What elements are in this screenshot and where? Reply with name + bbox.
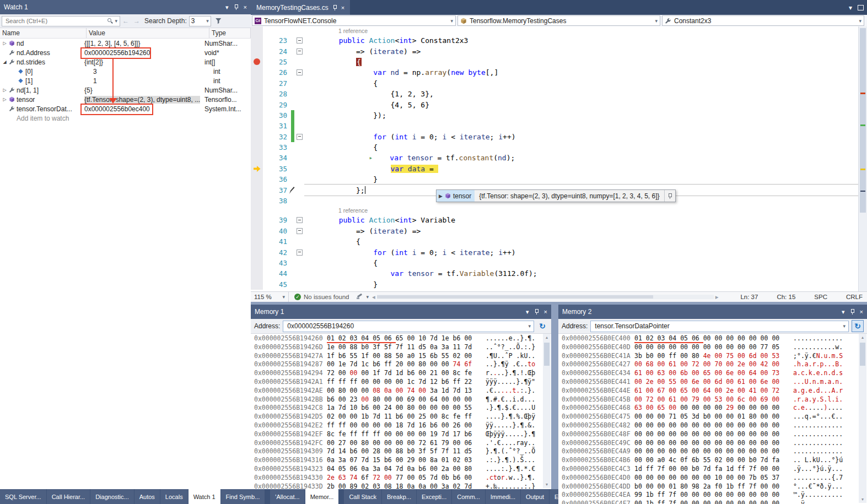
memory-row[interactable]: 0x000002556B0EC4F700 1b ff 7f 00 00 00 0…: [562, 500, 867, 504]
memory-bytes[interactable]: 01 02 03 04 05 06 65 00 10 7d 1e b6 00: [327, 334, 480, 343]
indicator-margin[interactable]: [251, 268, 263, 279]
code-text[interactable]: [304, 121, 867, 131]
indicator-margin[interactable]: [251, 185, 263, 195]
memory-row[interactable]: 0x000002556B0EC4B600 00 a0 4c 0f 6b 55 0…: [562, 456, 867, 465]
watch-row[interactable]: tensor.TensorDat...0x000002556b0ec400Sys…: [0, 104, 251, 113]
pin-icon[interactable]: [234, 4, 239, 10]
memory-bytes[interactable]: 61 00 67 00 65 00 64 00 2e 00 41 00 72: [634, 387, 788, 395]
type-dropdown[interactable]: Tensorflow.MemoryTestingCases ▾: [457, 15, 660, 26]
scroll-up-icon[interactable]: ▴: [861, 335, 864, 340]
watch-row[interactable]: ▷nd{[[1, 2, 3], [4, 5, 6]]}NumShar...: [0, 39, 251, 48]
code-line[interactable]: 31: [251, 121, 867, 131]
code-text[interactable]: public Action<int> Constant2x3: [304, 35, 867, 46]
watch-row[interactable]: [1]1int: [0, 76, 251, 85]
indicator-margin[interactable]: [251, 67, 263, 78]
memory-bytes[interactable]: 00 1b ff 7f 00 00 00 00 00 00 00 00 00: [634, 500, 788, 504]
memory-bytes[interactable]: 1f b6 55 1f 00 88 50 a0 15 6b 55 02 00: [327, 352, 480, 361]
bottom-tab[interactable]: Excepti...: [417, 489, 451, 504]
pin-icon[interactable]: [332, 5, 337, 10]
memory-bytes[interactable]: 2b 00 89 02 03 08 18 0a 0a 00 3a 02 7d: [327, 483, 480, 490]
scroll-down-icon[interactable]: ▾: [861, 497, 864, 502]
code-text[interactable]: var data =: [304, 164, 867, 174]
indicator-margin[interactable]: [251, 110, 263, 121]
memory2-address-input[interactable]: [594, 322, 841, 330]
chevron-down-icon[interactable]: ▾: [528, 323, 531, 329]
memory-bytes[interactable]: ff ff ff 00 00 00 00 1c 7d 12 b6 ff 22: [327, 378, 480, 387]
column-header-type[interactable]: Type: [209, 28, 251, 38]
breakpoint-icon[interactable]: [254, 58, 260, 65]
memory2-hex-view[interactable]: 0x000002556B0EC40001 02 03 04 05 06 00 0…: [558, 334, 867, 504]
memory-row[interactable]: 0x000002556B0EC43461 00 63 00 6b 00 65 0…: [562, 369, 867, 378]
filter-icon[interactable]: [216, 18, 222, 24]
pin-icon[interactable]: [664, 190, 675, 202]
watch-titlebar[interactable]: Watch 1 ▾ ×: [0, 0, 251, 14]
code-line[interactable]: 24 => (iterate) =>: [251, 46, 867, 56]
health-check-icon[interactable]: ✓: [294, 294, 301, 300]
memory-row[interactable]: 0x000002556B19429472 00 00 00 1f 7d 1d b…: [254, 369, 551, 378]
memory1-address-combo[interactable]: ▾: [283, 321, 534, 332]
memory-bytes[interactable]: 00 2e 00 55 00 6e 00 6d 00 61 00 6e 00: [634, 378, 788, 387]
scrollbar-thumb[interactable]: [377, 295, 653, 299]
pin-icon[interactable]: [534, 309, 539, 315]
column-header-name[interactable]: Name: [0, 28, 87, 38]
memory-bytes[interactable]: 1e 00 88 b0 3f 5f 7f 11 d5 0a 3a 11 7d: [327, 343, 480, 352]
code-text[interactable]: }: [304, 174, 867, 185]
memory1-address-input[interactable]: [286, 322, 526, 330]
code-line[interactable]: 26 var nd = np.array(new byte[,]: [251, 67, 867, 78]
editor-vertical-scrollbar[interactable]: [858, 26, 867, 292]
memory-row[interactable]: 0x000002556B0EC41A3b b0 00 ff 00 80 4e 0…: [562, 352, 867, 361]
memory-bytes[interactable]: 00 00 00 00 00 00 00 10 00 00 7b 05 37: [634, 474, 788, 483]
code-text[interactable]: var tensor = tf.Variable(3112.0f);: [304, 268, 867, 279]
memory-bytes[interactable]: 00 27 00 80 00 00 00 00 72 61 79 00 06: [327, 439, 480, 448]
memory1-scrollbar[interactable]: ▴ ▾: [543, 334, 551, 488]
close-icon[interactable]: ×: [544, 308, 547, 315]
code-text[interactable]: {4, 5, 6}: [304, 99, 867, 110]
scrollbar-thumb[interactable]: [860, 28, 866, 213]
memory-row[interactable]: 0x000002556B0EC4C31d ff 7f 00 00 b0 7d f…: [562, 465, 867, 474]
code-text[interactable]: for (int i = 0; i < iterate; i++): [304, 132, 867, 142]
memory-row[interactable]: 0x000002556B1943302e 63 74 6f 72 00 77 0…: [254, 474, 551, 483]
memory-bytes[interactable]: 00 68 00 61 00 72 00 70 00 2e 00 42 00: [634, 360, 788, 369]
fold-toggle-icon[interactable]: [297, 217, 303, 223]
code-text[interactable]: }: [304, 279, 867, 290]
memory-row[interactable]: 0x000002556B1943097d 14 b6 00 28 00 88 b…: [254, 447, 551, 456]
expander-icon[interactable]: ▷: [2, 88, 8, 93]
code-line[interactable]: 36 }: [251, 174, 867, 185]
watch-value-cell[interactable]: 0x000002556b0ec400: [83, 105, 202, 113]
memory-row[interactable]: 0x000002556B0EC48F00 00 00 00 00 00 00 0…: [562, 430, 867, 439]
code-text[interactable]: {: [304, 78, 867, 89]
watch-row[interactable]: nd.Address0x000002556b194260void*: [0, 48, 251, 57]
memory-row[interactable]: 0x000002556B1943160a 3a 07 7d 15 b6 00 2…: [254, 456, 551, 465]
codelens-text[interactable]: 1 reference: [304, 206, 867, 215]
memory-row[interactable]: 0x000002556B1942A1ff ff ff 00 00 00 00 1…: [254, 378, 551, 387]
memory-row[interactable]: 0x000002556B0EC46863 00 65 00 00 00 00 0…: [562, 404, 867, 413]
bottom-tab[interactable]: Breakp...: [382, 489, 416, 504]
memory-bytes[interactable]: 04 05 06 0a 3a 04 7d 0a b6 00 2a 00 80: [327, 465, 480, 474]
memory-bytes[interactable]: 00 00 00 00 00 00 00 00 00 00 00 00 00: [634, 421, 788, 430]
watch-search-box[interactable]: ▾: [2, 16, 120, 26]
memory-row[interactable]: 0x000002556B19428700 1e 7d 1c b6 ff 20 0…: [254, 360, 551, 369]
bottom-tab[interactable]: Locals: [160, 489, 188, 504]
memory-bytes[interactable]: 7d 14 b6 00 28 00 88 b0 3f 5f 7f 11 d5: [327, 447, 480, 456]
chevron-down-icon[interactable]: ▾: [843, 323, 846, 329]
codelens-text[interactable]: 1 reference: [304, 26, 867, 35]
search-prev-icon[interactable]: ←: [122, 17, 129, 25]
fold-toggle-icon[interactable]: [297, 69, 303, 75]
expander-icon[interactable]: ▷: [2, 97, 8, 102]
memory-bytes[interactable]: 00 00 00 00 00 00 00 00 00 00 00 00 00: [634, 439, 788, 448]
refresh-icon[interactable]: ↻: [852, 320, 864, 332]
code-cleanup-broom-icon[interactable]: [357, 294, 362, 300]
memory-row[interactable]: 0x000002556B19426D1e 00 88 b0 3f 5f 7f 1…: [254, 343, 551, 352]
memory-bytes[interactable]: 00 00 00 00 00 00 00 00 00 00 00 77 05: [634, 343, 788, 352]
project-dropdown[interactable]: C# TensorFlowNET.Console ▾: [252, 15, 456, 26]
fold-toggle-icon[interactable]: [297, 134, 303, 140]
bottom-tab[interactable]: Diagnostic...: [90, 489, 134, 504]
scroll-up-icon[interactable]: ▴: [546, 335, 548, 340]
memory-bytes[interactable]: 8c fe ff ff ff 00 00 00 00 19 7d 17 b6: [327, 430, 480, 439]
document-tab[interactable]: MemoryTestingCases.cs ×: [251, 0, 350, 15]
scroll-left-icon[interactable]: ◂: [372, 293, 375, 301]
tensor-datatip[interactable]: ▶ tensor {tf.Tensor: shape=(2, 3), dtype…: [436, 189, 676, 202]
horizontal-scrollbar[interactable]: ◂ ▸: [372, 292, 718, 302]
memory-row[interactable]: 0x000002556B0EC40D00 00 00 00 00 00 00 0…: [562, 343, 867, 352]
code-line[interactable]: 40 => (iterate) =>: [251, 226, 867, 236]
